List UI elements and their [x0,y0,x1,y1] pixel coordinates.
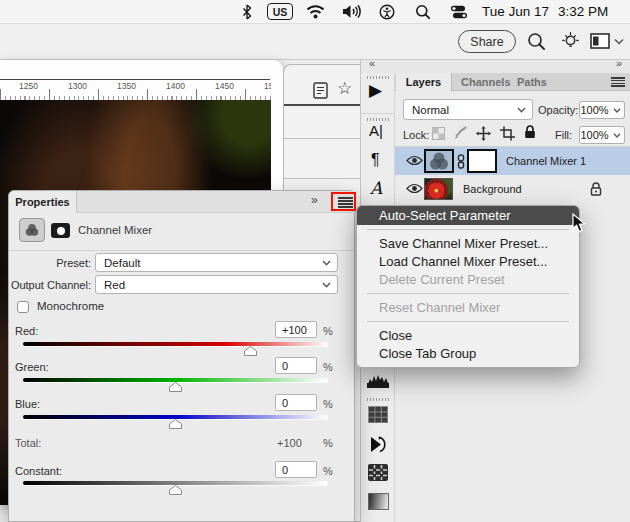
lock-transparency-icon[interactable] [432,127,445,140]
red-slider-thumb[interactable] [244,346,257,356]
control-center-icon[interactable] [450,5,468,19]
green-input[interactable]: 0 [275,357,317,374]
bluetooth-icon[interactable] [240,4,254,20]
collapse-panel-icon[interactable]: » [311,193,318,207]
horizontal-ruler[interactable]: 1250 1300 1350 1400 1450 1500 [0,80,271,100]
constant-percent: % [323,465,333,477]
dock-grip[interactable] [367,398,389,401]
collapse-dock-left-icon[interactable]: « [369,57,375,69]
gradients-panel-icon[interactable] [368,493,389,510]
chevron-down-icon [613,133,621,138]
patterns-panel-icon[interactable] [368,464,388,481]
volume-icon[interactable] [342,4,362,19]
search-icon[interactable] [527,32,546,51]
output-channel-select[interactable]: Red [95,275,338,294]
adjustment-layer-thumbnail[interactable] [424,149,454,173]
total-label: Total: [15,437,41,449]
lock-all-icon[interactable] [524,125,536,139]
accessibility-icon[interactable] [379,4,395,20]
tab-paths[interactable]: Paths [517,76,547,88]
chevron-down-icon [322,282,331,288]
constant-slider-thumb[interactable] [169,485,182,495]
chevron-down-icon[interactable] [614,38,624,45]
layer-name[interactable]: Background [463,183,522,195]
layer-thumbnail[interactable] [424,178,453,200]
chevron-down-icon [322,260,331,266]
constant-input[interactable]: 0 [275,461,317,478]
tab-properties-label: Properties [15,196,69,208]
spotlight-icon[interactable] [415,4,431,20]
character-panel-icon[interactable]: A| [369,122,383,139]
total-value: +100 [277,437,302,449]
dock-grip[interactable] [367,118,389,121]
channel-mixer-icon [23,222,41,238]
menu-item-close-tab-group[interactable]: Close Tab Group [357,345,579,363]
ruler-label: 1350 [117,81,136,91]
monochrome-checkbox[interactable] [17,301,29,313]
blend-mode-select[interactable]: Normal [403,99,533,120]
menu-item-auto-select-parameter[interactable]: Auto-Select Parameter [357,206,579,225]
dock-grip[interactable] [367,76,389,79]
tab-properties[interactable]: Properties [9,191,77,213]
share-button[interactable]: Share [458,30,516,53]
fill-dropdown-button[interactable] [609,126,625,144]
star-icon[interactable]: ☆ [337,78,352,99]
blue-label: Blue: [15,398,40,410]
menu-item-load-preset[interactable]: Load Channel Mixer Preset... [357,253,579,271]
collapse-dock-right-icon[interactable]: » [616,57,622,69]
wifi-icon[interactable] [306,5,325,19]
green-label: Green: [15,361,49,373]
red-percent: % [323,325,333,337]
visibility-eye-icon[interactable] [406,155,423,166]
paragraph-panel-icon[interactable]: ¶ [371,151,380,169]
red-input[interactable]: +100 [275,321,317,338]
workspace-switcher-icon[interactable] [590,33,610,49]
opacity-value[interactable]: 100% [579,101,610,119]
visibility-eye-icon[interactable] [406,183,423,194]
panel-divider [284,104,361,106]
glyphs-panel-icon[interactable]: A [370,178,382,198]
layer-row-background[interactable]: Background [395,175,630,203]
menu-bar-clock[interactable]: 3:32 PM [558,4,608,19]
app-toolbar: Share [0,24,630,60]
menu-bar-date[interactable]: Tue Jun 17 [482,4,549,19]
opacity-label: Opacity: [538,104,578,116]
fill-text: 100% [580,129,608,141]
menu-item-save-preset[interactable]: Save Channel Mixer Preset... [357,235,579,253]
tab-channels[interactable]: Channels [461,76,511,88]
color-table-panel-icon[interactable] [368,406,388,423]
green-slider-thumb[interactable] [169,382,182,392]
properties-title: Channel Mixer [78,224,152,236]
lock-artboard-icon[interactable] [500,126,515,141]
layer-mask-thumbnail[interactable] [467,149,497,173]
adjustments-panel-icon[interactable] [368,435,389,454]
lock-position-move-icon[interactable] [476,126,491,141]
layers-panel-menu-icon[interactable] [611,77,625,87]
lock-pixels-brush-icon[interactable] [453,126,467,140]
red-value: +100 [282,324,307,336]
annotation-highlight-box [331,192,356,211]
mask-badge-icon[interactable] [51,223,70,238]
channel-mixer-icon [426,151,452,171]
tab-layers[interactable]: Layers [396,73,452,91]
blue-slider-thumb[interactable] [169,419,182,429]
actions-panel-icon[interactable]: ▶ [369,80,382,101]
header-divider [9,250,354,251]
document-list-icon[interactable] [313,82,328,99]
histogram-panel-icon[interactable] [366,373,390,389]
discover-lightbulb-icon[interactable] [560,31,581,52]
preset-label: Preset: [13,257,91,269]
input-source-menu[interactable]: US [267,3,293,20]
document-titlebar[interactable] [0,60,283,80]
opacity-dropdown-button[interactable] [609,101,625,119]
red-slider-track[interactable] [23,342,328,346]
ruler-label: 1450 [215,81,234,91]
blue-value: 0 [282,397,288,409]
preset-select[interactable]: Default [95,253,338,272]
menu-item-close[interactable]: Close [357,327,579,345]
monochrome-label: Monochrome [37,300,104,312]
fill-value[interactable]: 100% [579,126,610,144]
layer-name[interactable]: Channel Mixer 1 [506,155,586,167]
blue-input[interactable]: 0 [275,394,317,411]
layer-row-channel-mixer[interactable]: Channel Mixer 1 [395,147,630,175]
